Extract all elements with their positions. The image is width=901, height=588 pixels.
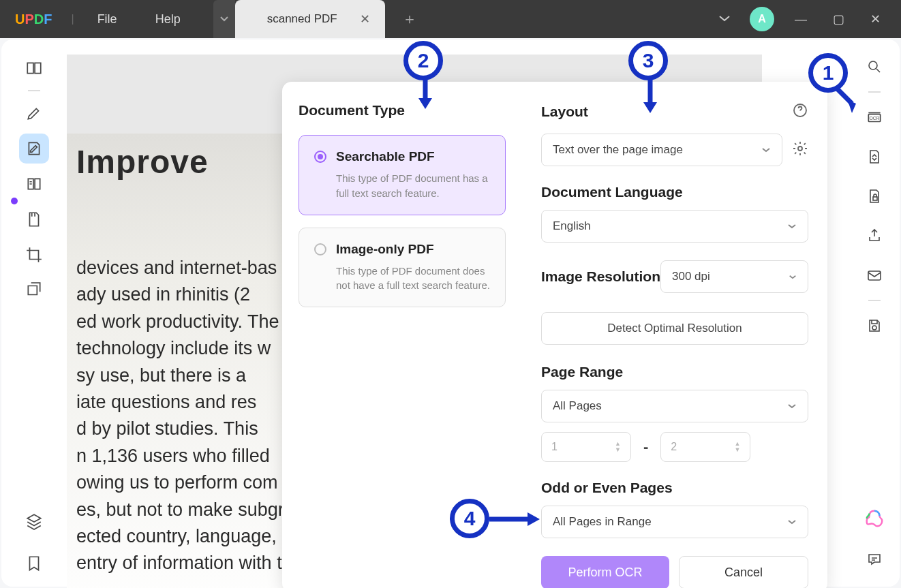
option-description: This type of PDF document does not have …	[314, 264, 490, 294]
protect-icon[interactable]	[859, 181, 889, 211]
radio-searchable[interactable]	[314, 151, 326, 163]
window-maximize[interactable]: ▢	[827, 7, 850, 31]
radio-image-only[interactable]	[314, 243, 326, 256]
titlebar-dropdown[interactable]	[714, 9, 735, 29]
convert-icon[interactable]	[859, 142, 889, 172]
share-icon[interactable]	[859, 221, 889, 251]
annotation-arrow-3	[641, 78, 660, 116]
ocr-button[interactable]: OCR	[859, 102, 889, 132]
annotation-callout-1: 1	[808, 53, 848, 93]
rail-separator	[868, 300, 881, 301]
logo-separator: |	[71, 13, 74, 25]
svg-point-7	[798, 146, 802, 151]
option-description: This type of PDF document has a full tex…	[314, 171, 490, 201]
spinner-icon[interactable]: ▲▼	[615, 441, 621, 453]
save-icon[interactable]	[859, 311, 889, 341]
crop-tool[interactable]	[19, 240, 49, 270]
odd-even-value: All Pages in Range	[553, 515, 652, 529]
chevron-down-icon	[787, 403, 797, 409]
option-searchable-pdf[interactable]: Searchable PDF This type of PDF document…	[299, 135, 506, 215]
range-from-input[interactable]: 1 ▲▼	[541, 432, 631, 462]
edit-tool[interactable]	[19, 134, 49, 164]
odd-even-label: Odd or Even Pages	[541, 480, 808, 496]
tab-scanned-pdf[interactable]: scanned PDF ✕	[235, 0, 385, 38]
search-icon[interactable]	[859, 52, 889, 82]
resolution-label: Image Resolution	[541, 268, 660, 285]
annotation-callout-4: 4	[450, 499, 489, 538]
cancel-button[interactable]: Cancel	[679, 556, 808, 588]
page-range-value: All Pages	[553, 399, 602, 413]
option-image-only-pdf[interactable]: Image-only PDF This type of PDF document…	[299, 228, 506, 308]
app-logo: UPDF	[0, 12, 67, 27]
app-body: OCR Improve i devices and internet-bas a…	[1, 40, 900, 587]
language-label: Document Language	[541, 184, 808, 200]
tab-dropdown[interactable]	[213, 0, 235, 38]
help-icon[interactable]	[792, 102, 808, 121]
organize-tool[interactable]	[19, 204, 49, 234]
menu-file[interactable]: File	[78, 12, 136, 27]
annotate-tool[interactable]	[19, 98, 49, 128]
ocr-panel: Document Type Searchable PDF This type o…	[282, 82, 827, 588]
range-to-input[interactable]: 2 ▲▼	[660, 432, 750, 462]
new-tab-button[interactable]: ＋	[396, 0, 423, 38]
window-close[interactable]: ✕	[865, 7, 886, 31]
resolution-select[interactable]: 300 dpi	[660, 260, 808, 293]
option-title: Searchable PDF	[336, 149, 435, 164]
chevron-down-icon	[789, 274, 797, 280]
comment-icon[interactable]	[859, 544, 889, 574]
page-range-select[interactable]: All Pages	[541, 390, 808, 422]
chevron-down-icon	[787, 223, 797, 230]
perform-ocr-button[interactable]: Perform OCR	[541, 556, 669, 588]
resolution-value: 300 dpi	[672, 270, 710, 283]
range-from-value: 1	[551, 441, 558, 453]
annotation-arrow-4	[488, 511, 543, 527]
chevron-down-icon	[787, 519, 797, 525]
window-minimize[interactable]: —	[789, 8, 812, 31]
title-bar: UPDF | File Help scanned PDF ✕ ＋ A — ▢ ✕	[0, 0, 901, 38]
language-select[interactable]: English	[541, 210, 808, 243]
batch-tool[interactable]	[19, 275, 49, 305]
left-toolbar	[1, 40, 67, 587]
layout-label: Layout	[541, 104, 588, 120]
range-dash: -	[643, 438, 648, 456]
ai-assistant-icon[interactable]	[859, 504, 889, 533]
page-tool[interactable]	[19, 169, 49, 199]
option-title: Image-only PDF	[336, 242, 434, 257]
svg-rect-4	[868, 271, 881, 280]
annotation-arrow-2	[416, 78, 435, 112]
right-toolbar: OCR	[849, 40, 900, 587]
layout-value: Text over the page image	[553, 143, 683, 157]
bookmark-tool[interactable]	[19, 548, 49, 578]
tab-close-button[interactable]: ✕	[357, 9, 373, 29]
tab-title: scanned PDF	[247, 12, 357, 26]
rail-separator	[28, 90, 40, 91]
layout-settings-icon[interactable]	[792, 140, 808, 159]
user-avatar[interactable]: A	[750, 7, 774, 31]
svg-point-5	[872, 326, 876, 330]
odd-even-select[interactable]: All Pages in Range	[541, 506, 808, 538]
svg-text:OCR: OCR	[870, 116, 880, 121]
chevron-down-icon	[761, 146, 771, 153]
document-type-heading: Document Type	[299, 102, 506, 119]
rail-separator	[868, 91, 881, 93]
annotation-callout-3: 3	[628, 41, 668, 80]
layout-select[interactable]: Text over the page image	[541, 134, 782, 166]
range-to-value: 2	[671, 441, 677, 453]
svg-rect-3	[873, 197, 877, 200]
menu-help[interactable]: Help	[136, 12, 200, 27]
page-range-label: Page Range	[541, 364, 808, 380]
svg-point-0	[869, 61, 877, 69]
detect-resolution-button[interactable]: Detect Optimal Resolution	[541, 312, 808, 345]
email-icon[interactable]	[859, 260, 889, 290]
reader-tool[interactable]	[19, 53, 49, 83]
spinner-icon[interactable]: ▲▼	[734, 441, 740, 453]
annotation-callout-2: 2	[403, 41, 443, 80]
layers-tool[interactable]	[19, 506, 49, 536]
language-value: English	[553, 219, 591, 233]
